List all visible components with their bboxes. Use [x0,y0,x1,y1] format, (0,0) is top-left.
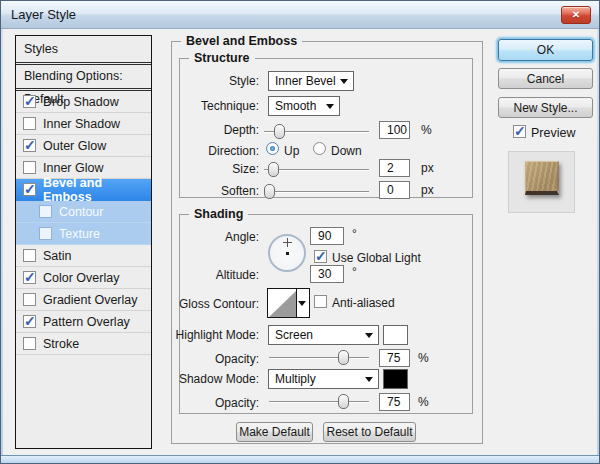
structure-title: Structure [189,51,255,65]
contour-shape [269,291,296,317]
slider-track [264,191,369,192]
sidebar-item-label: Inner Glow [43,161,103,175]
window-title: Layer Style [11,7,76,22]
new-style-button[interactable]: New Style... [498,97,593,118]
highlight-opacity-thumb[interactable] [338,350,349,365]
sidebar-item-label: Pattern Overlay [43,315,130,329]
contour-checkbox[interactable] [39,205,52,218]
size-slider[interactable] [264,162,369,177]
soften-slider-thumb[interactable] [264,184,275,199]
soften-input[interactable] [379,181,410,199]
depth-unit: % [421,123,432,137]
sidebar-item-color-overlay[interactable]: Color Overlay [16,267,151,289]
depth-slider[interactable] [264,124,369,139]
gloss-contour-label: Gloss Contour: [179,297,259,311]
satin-checkbox[interactable] [23,249,36,262]
preview-checkbox[interactable] [513,125,526,138]
highlight-color-swatch[interactable] [383,325,408,345]
shadow-color-swatch[interactable] [383,369,408,389]
shadow-mode-select[interactable]: Multiply [268,369,379,389]
sidebar-item-label: Satin [43,249,72,263]
close-button[interactable]: ✕ [561,6,591,24]
sidebar-item-label: Gradient Overlay [43,293,137,307]
sidebar-item-label: Inner Shadow [43,117,120,131]
style-select[interactable]: Inner Bevel [268,71,354,91]
pattern-overlay-checkbox[interactable] [23,315,36,328]
direction-down-radio[interactable] [313,142,326,155]
highlight-mode-select[interactable]: Screen [268,325,379,345]
shading-title: Shading [189,207,248,221]
sidebar-item-satin[interactable]: Satin [16,245,151,267]
color-overlay-checkbox[interactable] [23,271,36,284]
opacity2-unit: % [418,395,429,409]
contour-thumbnail [268,289,297,317]
shadow-opacity-slider[interactable] [269,394,369,409]
sidebar-item-contour[interactable]: Contour [16,201,151,223]
stroke-checkbox[interactable] [23,337,36,350]
sidebar-item-texture[interactable]: Texture [16,223,151,245]
sidebar-item-label: Outer Glow [43,139,106,153]
technique-label: Technique: [201,99,259,113]
outer-glow-checkbox[interactable] [23,139,36,152]
angle-indicator-icon [283,238,292,247]
title-bar: Layer Style ✕ [1,1,599,29]
soften-slider[interactable] [264,184,369,199]
sidebar-item-blending-options[interactable]: Blending Options: Default [16,65,151,88]
chevron-down-icon [340,79,348,84]
inner-shadow-checkbox[interactable] [23,117,36,130]
highlight-opacity-slider[interactable] [269,350,369,365]
preview-label: Preview [531,126,575,140]
highlight-mode-label: Highlight Mode: [176,328,259,342]
direction-up-radio[interactable] [266,142,279,155]
shadow-opacity-input[interactable] [379,393,410,411]
drop-shadow-checkbox[interactable] [23,95,36,108]
sidebar-item-bevel-and-emboss[interactable]: Bevel and Emboss [16,179,151,201]
sidebar-item-label: Contour [59,205,103,219]
chevron-down-icon [365,333,373,338]
direction-up-label: Up [284,144,299,158]
opacity1-label: Opacity: [215,352,259,366]
inner-glow-checkbox[interactable] [23,161,36,174]
size-slider-thumb[interactable] [268,162,279,177]
sidebar-item-outer-glow[interactable]: Outer Glow [16,135,151,157]
depth-label: Depth: [224,123,259,137]
soften-label: Soften: [221,184,259,198]
angle-input[interactable] [310,227,344,245]
highlight-opacity-input[interactable] [379,349,410,367]
bevel-emboss-checkbox[interactable] [23,183,36,196]
sidebar-item-label: Texture [59,227,100,241]
opacity1-unit: % [418,351,429,365]
sidebar-item-pattern-overlay[interactable]: Pattern Overlay [16,311,151,333]
styles-list: Styles Blending Options: Default Drop Sh… [15,35,152,449]
technique-select[interactable]: Smooth [268,96,340,116]
chevron-down-icon [365,377,373,382]
window-frame-bottom [1,455,599,463]
ok-button[interactable]: OK [498,39,593,61]
shadow-opacity-thumb[interactable] [338,394,349,409]
use-global-light-label: Use Global Light [332,251,421,265]
style-label: Style: [229,74,259,88]
gloss-contour-picker[interactable] [267,288,310,318]
sidebar-item-stroke[interactable]: Stroke [16,333,151,355]
anti-aliased-checkbox[interactable] [314,295,327,308]
make-default-button[interactable]: Make Default [236,422,313,442]
sidebar-item-inner-shadow[interactable]: Inner Shadow [16,113,151,135]
soften-unit: px [421,183,434,197]
gradient-overlay-checkbox[interactable] [23,293,36,306]
cancel-button[interactable]: Cancel [498,68,593,89]
slider-track [264,169,369,170]
sidebar-item-gradient-overlay[interactable]: Gradient Overlay [16,289,151,311]
shadow-mode-label: Shadow Mode: [179,372,259,386]
reset-to-default-button[interactable]: Reset to Default [323,422,416,442]
size-input[interactable] [379,159,410,177]
angle-dial[interactable] [268,234,306,272]
chevron-down-icon [298,301,306,306]
altitude-input[interactable] [310,265,344,283]
use-global-light-checkbox[interactable] [314,250,327,263]
depth-input[interactable] [379,121,410,139]
depth-slider-thumb[interactable] [274,124,285,139]
direction-label: Direction: [208,144,259,158]
texture-checkbox[interactable] [39,227,52,240]
sidebar-item-label: Stroke [43,337,79,351]
panel-title: Bevel and Emboss [181,34,302,48]
